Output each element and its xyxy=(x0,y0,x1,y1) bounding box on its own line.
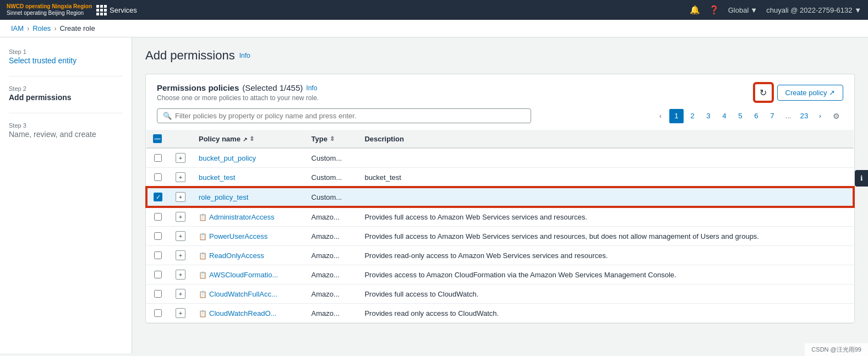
row-checkbox[interactable] xyxy=(154,271,162,278)
pagination-page-7[interactable]: 7 xyxy=(765,109,779,123)
table-row: +📋AdministratorAccessAmazo...Provides fu… xyxy=(146,207,854,227)
policy-type: Amazo... xyxy=(305,265,358,284)
sidebar-step2: Step 2 Add permissions xyxy=(9,85,123,102)
row-checkbox[interactable] xyxy=(154,154,162,162)
expand-button[interactable]: + xyxy=(176,172,185,182)
pagination-page-4[interactable]: 4 xyxy=(717,109,731,123)
help-icon[interactable]: ❓ xyxy=(709,5,719,15)
expand-button[interactable]: + xyxy=(176,250,185,260)
expand-button[interactable]: + xyxy=(176,308,185,318)
policy-name-link[interactable]: CloudWatchFullAcc... xyxy=(209,290,277,298)
policy-type: Amazo... xyxy=(305,304,358,323)
sidebar-item-select-trusted-entity[interactable]: Select trusted entity xyxy=(9,56,123,65)
policy-type: Amazo... xyxy=(305,207,358,227)
expand-button[interactable]: + xyxy=(176,153,185,163)
pagination-ellipsis: ... xyxy=(781,109,795,123)
row-checkbox[interactable] xyxy=(154,213,162,221)
expand-button[interactable]: + xyxy=(176,231,185,241)
policy-type: Custom... xyxy=(305,168,358,188)
policy-name-link[interactable]: bucket_put_policy xyxy=(199,154,256,162)
notification-icon[interactable]: 🔔 xyxy=(690,5,700,15)
services-menu[interactable]: Services xyxy=(96,5,137,15)
policy-name-link[interactable]: bucket_test xyxy=(199,173,236,182)
expand-button[interactable]: + xyxy=(176,270,185,280)
row-checkbox[interactable] xyxy=(154,173,162,181)
brand-line1: NWCD operating Ningxia Region xyxy=(7,3,92,10)
panel-info-link[interactable]: Info xyxy=(306,84,317,92)
col-policy-name-label: Policy name xyxy=(199,135,241,143)
table-row: +bucket_put_policyCustom... xyxy=(146,148,854,168)
policy-name-link[interactable]: PowerUserAccess xyxy=(209,232,268,240)
row-checkbox[interactable] xyxy=(154,290,162,298)
right-info-panel[interactable]: ℹ xyxy=(855,170,868,187)
row-checkbox[interactable]: ✓ xyxy=(154,193,162,201)
policy-type: Amazo... xyxy=(305,227,358,246)
type-sort-icon: ⇕ xyxy=(330,135,335,143)
table-row: ✓+role_policy_testCustom... xyxy=(146,187,854,207)
policy-name-link[interactable]: AdministratorAccess xyxy=(209,213,274,221)
pagination-page-3[interactable]: 3 xyxy=(701,109,716,123)
brand-logo: NWCD operating Ningxia Region Sinnet ope… xyxy=(7,3,92,17)
panel-title: Permissions policies xyxy=(157,83,239,92)
pagination-next[interactable]: › xyxy=(813,109,827,123)
policy-name-link[interactable]: ReadOnlyAccess xyxy=(209,251,264,260)
expand-button[interactable]: + xyxy=(176,212,185,222)
row-checkbox[interactable] xyxy=(154,232,162,240)
pagination-page-23[interactable]: 23 xyxy=(797,109,811,123)
policy-table: — Policy name ↗ ⇕ xyxy=(146,130,854,323)
pagination-prev[interactable]: ‹ xyxy=(653,109,668,123)
external-link-icon: ↗ xyxy=(243,136,247,143)
breadcrumb-sep1: › xyxy=(27,25,29,32)
breadcrumb-sep2: › xyxy=(54,25,56,32)
row-checkbox[interactable] xyxy=(154,309,162,317)
aws-icon: 📋 xyxy=(199,310,207,317)
refresh-button[interactable]: ↻ xyxy=(754,83,773,102)
policy-type: Amazo... xyxy=(305,284,358,304)
sidebar-step1: Step 1 Select trusted entity xyxy=(9,48,123,65)
pagination-page-5[interactable]: 5 xyxy=(733,109,747,123)
policy-description xyxy=(358,187,854,207)
breadcrumb: IAM › Roles › Create role xyxy=(0,20,868,37)
expand-button[interactable]: + xyxy=(176,289,185,299)
user-chevron-icon: ▼ xyxy=(854,6,861,14)
policy-type: Custom... xyxy=(305,148,358,168)
permissions-panel: Permissions policies (Selected 1/455) In… xyxy=(145,74,855,324)
breadcrumb-roles[interactable]: Roles xyxy=(32,24,51,32)
policy-name-link[interactable]: role_policy_test xyxy=(199,193,248,201)
sidebar-item-add-permissions[interactable]: Add permissions xyxy=(9,93,123,102)
table-row: +📋ReadOnlyAccessAmazo...Provides read-on… xyxy=(146,246,854,265)
grid-icon xyxy=(96,5,107,15)
sidebar-item-name-review[interactable]: Name, review, and create xyxy=(9,130,123,139)
policy-description: Provides read only access to CloudWatch. xyxy=(358,304,854,323)
top-navigation: NWCD operating Ningxia Region Sinnet ope… xyxy=(0,0,868,20)
policy-name-link[interactable]: CloudWatchReadO... xyxy=(209,309,276,317)
policy-name-sort-link[interactable]: Policy name ↗ xyxy=(199,135,247,143)
panel-count: (Selected 1/455) xyxy=(242,83,303,92)
policy-description: Provides read-only access to Amazon Web … xyxy=(358,246,854,265)
policy-description: Provides full access to Amazon Web Servi… xyxy=(358,207,854,227)
panel-title-area: Permissions policies (Selected 1/455) In… xyxy=(157,83,319,102)
pagination-page-6[interactable]: 6 xyxy=(749,109,763,123)
pagination-settings-icon[interactable]: ⚙ xyxy=(829,109,843,123)
expand-button[interactable]: + xyxy=(176,192,185,202)
pagination-page-1[interactable]: 1 xyxy=(669,109,684,123)
search-area: 🔍 ‹ 1 2 3 4 5 6 7 ... 23 › ⚙ xyxy=(146,102,854,130)
search-input[interactable] xyxy=(175,112,525,120)
header-checkbox[interactable]: — xyxy=(153,134,162,143)
policy-name-link[interactable]: AWSCloudFormatio... xyxy=(209,271,278,279)
table-row: +📋CloudWatchReadO...Amazo...Provides rea… xyxy=(146,304,854,323)
page-header: Add permissions Info xyxy=(145,48,855,63)
step3-label: Step 3 xyxy=(9,122,123,129)
pagination-page-2[interactable]: 2 xyxy=(685,109,700,123)
sidebar-step3: Step 3 Name, review, and create xyxy=(9,122,123,139)
pagination: ‹ 1 2 3 4 5 6 7 ... 23 › ⚙ xyxy=(653,109,843,123)
breadcrumb-iam[interactable]: IAM xyxy=(11,24,24,32)
create-policy-button[interactable]: Create policy ↗ xyxy=(777,85,843,101)
page-info-link[interactable]: Info xyxy=(239,52,250,59)
panel-header: Permissions policies (Selected 1/455) In… xyxy=(146,74,854,102)
row-checkbox[interactable] xyxy=(154,251,162,259)
breadcrumb-current: Create role xyxy=(59,24,95,32)
aws-icon: 📋 xyxy=(199,291,207,298)
region-selector[interactable]: Global ▼ xyxy=(728,6,757,14)
user-menu[interactable]: chuyali @ 2022-2759-6132 ▼ xyxy=(766,6,861,14)
